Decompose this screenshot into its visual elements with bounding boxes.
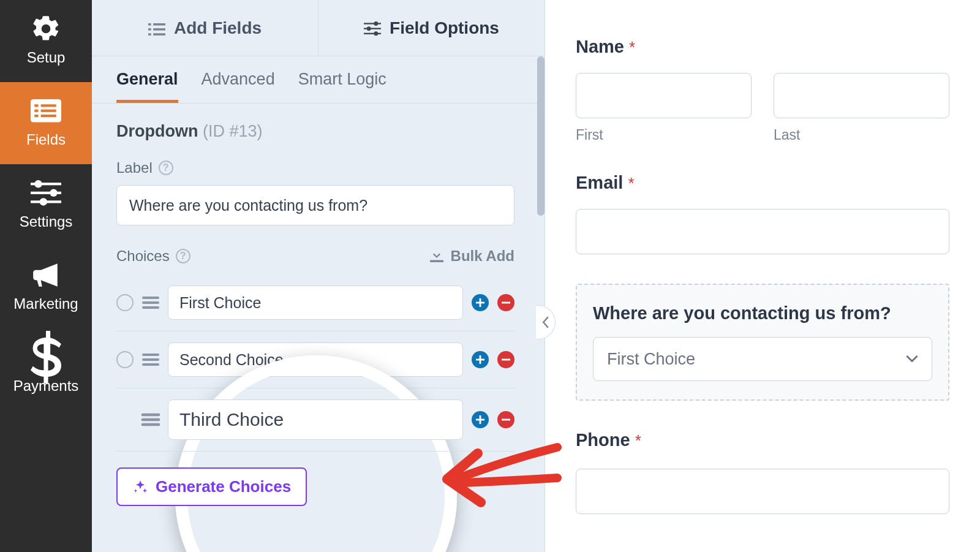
nav-settings-label: Settings <box>20 213 73 230</box>
svg-rect-4 <box>41 110 56 112</box>
nav-payments-label: Payments <box>13 377 79 395</box>
bullhorn-icon <box>31 262 61 288</box>
nav-settings[interactable]: Settings <box>0 164 92 246</box>
chevron-down-icon <box>906 355 918 363</box>
required-star: * <box>629 38 635 56</box>
tab-field-options-label: Field Options <box>390 18 499 38</box>
sliders-icon <box>31 180 61 206</box>
remove-choice-button[interactable] <box>497 294 514 311</box>
preview-email-field: Email* <box>576 173 949 254</box>
email-input[interactable] <box>576 209 949 254</box>
svg-rect-13 <box>148 23 151 26</box>
dropdown-select[interactable]: First Choice <box>593 337 932 381</box>
preview-phone-field: Phone* <box>576 430 949 514</box>
drag-handle-icon[interactable] <box>142 354 159 366</box>
svg-point-23 <box>367 26 371 31</box>
svg-rect-31 <box>502 359 510 361</box>
drag-handle-icon[interactable] <box>142 414 159 426</box>
choice-row <box>116 388 514 452</box>
label-label: Label <box>116 159 153 176</box>
help-icon[interactable]: ? <box>176 249 190 263</box>
svg-rect-1 <box>34 105 38 107</box>
svg-point-10 <box>34 180 42 187</box>
svg-point-11 <box>50 189 57 197</box>
svg-rect-3 <box>34 110 38 112</box>
svg-rect-33 <box>476 419 484 421</box>
list-small-icon <box>148 21 165 36</box>
dropdown-selected-value: First Choice <box>607 350 695 369</box>
add-choice-button[interactable] <box>472 294 489 311</box>
help-icon[interactable]: ? <box>159 161 173 175</box>
svg-point-22 <box>374 21 378 26</box>
subtab-smart-logic[interactable]: Smart Logic <box>298 70 386 103</box>
svg-rect-25 <box>430 260 443 262</box>
first-name-input[interactable] <box>576 73 752 118</box>
nav-setup-label: Setup <box>27 49 66 66</box>
nav-marketing[interactable]: Marketing <box>0 246 92 328</box>
bulk-add-label: Bulk Add <box>451 248 514 265</box>
nav-setup[interactable]: Setup <box>0 0 92 82</box>
choices-label: Choices <box>116 248 170 265</box>
svg-rect-21 <box>364 33 381 34</box>
nav-fields-label: Fields <box>26 131 66 148</box>
sparkle-icon <box>132 479 148 495</box>
add-choice-button[interactable] <box>472 411 489 428</box>
svg-rect-20 <box>364 28 381 29</box>
gear-icon <box>31 16 61 42</box>
nav-fields[interactable]: Fields <box>0 82 92 164</box>
tab-field-options[interactable]: Field Options <box>318 0 545 56</box>
field-type-name: Dropdown <box>116 122 198 140</box>
field-options-panel: Add Fields Field Options General Advance… <box>92 0 545 552</box>
list-icon <box>31 98 61 124</box>
generate-choices-label: Generate Choices <box>156 477 291 496</box>
tab-add-fields[interactable]: Add Fields <box>92 0 318 56</box>
choice-input[interactable] <box>168 285 463 320</box>
name-label: Name <box>576 37 624 57</box>
svg-rect-14 <box>153 23 165 26</box>
last-sublabel: Last <box>774 127 949 143</box>
bulk-add-button[interactable]: Bulk Add <box>430 248 514 265</box>
svg-rect-17 <box>148 33 151 36</box>
tab-add-fields-label: Add Fields <box>174 18 262 38</box>
last-name-input[interactable] <box>774 73 949 118</box>
dollar-icon <box>31 344 61 370</box>
svg-rect-16 <box>153 28 165 31</box>
remove-choice-button[interactable] <box>497 351 514 368</box>
choice-row <box>116 331 514 388</box>
svg-rect-5 <box>34 115 38 117</box>
sub-tabs: General Advanced Smart Logic <box>92 56 545 104</box>
choice-row <box>116 274 514 331</box>
add-choice-button[interactable] <box>472 351 489 368</box>
generate-choices-button[interactable]: Generate Choices <box>116 467 307 506</box>
nav-payments[interactable]: Payments <box>0 328 92 410</box>
drag-handle-icon[interactable] <box>142 297 159 309</box>
choice-input[interactable] <box>168 399 463 440</box>
download-icon <box>430 249 443 263</box>
svg-rect-6 <box>41 115 56 117</box>
phone-input[interactable] <box>576 469 949 514</box>
sliders-small-icon <box>364 21 381 36</box>
svg-point-12 <box>40 198 47 205</box>
svg-rect-18 <box>153 33 165 36</box>
svg-rect-27 <box>476 302 484 304</box>
subtab-advanced[interactable]: Advanced <box>202 70 275 103</box>
panel-top-tabs: Add Fields Field Options <box>92 0 545 56</box>
first-sublabel: First <box>576 127 752 143</box>
panel-scrollbar[interactable] <box>537 56 545 216</box>
preview-dropdown-field[interactable]: Where are you contacting us from? First … <box>576 284 949 401</box>
default-radio[interactable] <box>116 351 134 368</box>
field-heading: Dropdown (ID #13) <box>116 122 520 141</box>
label-input[interactable] <box>116 185 514 225</box>
nav-marketing-label: Marketing <box>13 295 78 312</box>
svg-rect-28 <box>502 302 510 304</box>
field-id: (ID #13) <box>203 122 263 140</box>
choice-input[interactable] <box>168 342 463 377</box>
subtab-general[interactable]: General <box>116 70 178 103</box>
default-radio[interactable] <box>116 294 134 311</box>
remove-choice-button[interactable] <box>497 411 514 428</box>
email-label: Email <box>576 173 623 193</box>
svg-rect-30 <box>476 359 484 361</box>
svg-rect-34 <box>502 419 510 421</box>
svg-rect-19 <box>364 23 381 25</box>
sidebar-nav: Setup Fields Settings Marketing Payments <box>0 0 92 552</box>
